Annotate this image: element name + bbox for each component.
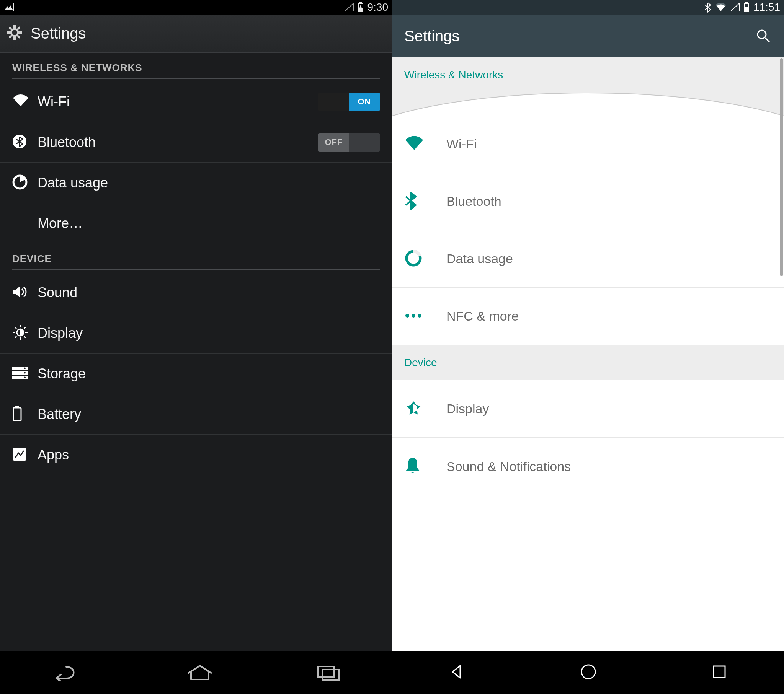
row-label: Display [446,401,489,416]
svg-point-44 [581,665,595,679]
svg-line-12 [9,36,11,38]
settings-row-battery[interactable]: Battery [0,394,392,434]
status-time: 9:30 [367,1,389,13]
wifi-toggle[interactable]: ON [318,92,380,111]
app-bar-title: Settings [404,28,460,45]
battery-charging-icon [743,2,749,12]
svg-point-27 [24,367,26,369]
sound-icon [12,285,28,300]
wifi-status-icon [715,3,726,12]
row-label: Wi-Fi [38,94,318,110]
nav-back-icon[interactable] [449,663,466,682]
svg-rect-36 [745,2,748,3]
svg-line-20 [24,336,26,338]
nav-recent-icon[interactable] [711,664,727,681]
section-header-label: Device [404,357,437,368]
svg-rect-45 [713,666,725,678]
svg-point-43 [418,314,422,317]
row-label: Sound [38,285,380,301]
nav-home-icon[interactable] [579,663,598,682]
display-brightness-icon [12,324,28,342]
svg-line-9 [9,27,11,29]
bell-icon [404,456,421,476]
phone-holo-dark: 9:30 Settings WIRELESS & NETWORKS Wi-Fi [0,0,392,694]
settings-row-data-usage[interactable]: Data usage [392,230,784,288]
nav-home-icon[interactable] [186,664,214,681]
row-label: Wi-Fi [446,136,477,151]
row-label: Battery [38,406,380,423]
svg-line-22 [15,336,16,338]
svg-rect-2 [359,2,362,3]
app-bar-title: Settings [31,25,86,42]
svg-line-21 [24,327,26,329]
row-label: Data usage [38,175,380,191]
status-time: 11:51 [753,1,780,13]
navigation-bar [0,651,392,694]
svg-point-28 [24,372,26,373]
nav-recent-icon[interactable] [316,664,341,681]
settings-row-data-usage[interactable]: Data usage [0,163,392,203]
svg-point-29 [24,377,26,378]
svg-point-4 [11,29,18,36]
svg-point-42 [412,314,415,317]
settings-row-apps[interactable]: Apps [0,434,392,475]
settings-row-wifi[interactable]: Wi-Fi [392,115,784,173]
row-label: Bluetooth [446,194,501,209]
curve-decoration [392,89,784,116]
settings-row-sound-notifications[interactable]: Sound & Notifications [392,437,784,495]
settings-row-nfc-more[interactable]: NFC & more [392,288,784,345]
svg-rect-30 [13,408,21,421]
settings-row-bluetooth[interactable]: Bluetooth [392,173,784,230]
section-header-wireless: Wireless & Networks [392,58,784,115]
app-bar: Settings [0,15,392,53]
section-header-device: DEVICE [0,244,392,269]
row-label: Data usage [446,252,513,266]
nav-back-icon[interactable] [51,664,84,681]
storage-icon [12,367,28,381]
row-label: Bluetooth [38,134,318,150]
navigation-bar [392,651,784,694]
svg-line-10 [18,36,20,38]
svg-rect-31 [15,406,19,408]
section-header-device: Device [392,345,784,380]
settings-row-sound[interactable]: Sound [0,272,392,313]
notification-icon [4,3,14,12]
bluetooth-toggle[interactable]: OFF [318,133,380,151]
battery-charging-icon [357,2,364,12]
wifi-icon [404,135,424,153]
status-bar: 11:51 [392,0,784,15]
cell-signal-icon [730,3,740,12]
settings-row-more[interactable]: More… [0,203,392,244]
settings-row-storage[interactable]: Storage [0,354,392,394]
svg-rect-0 [4,3,14,12]
toggle-on-label: ON [349,92,380,111]
row-label: Storage [38,366,380,382]
section-header-wireless: WIRELESS & NETWORKS [0,53,392,79]
bluetooth-status-icon [704,2,711,13]
svg-line-19 [15,327,16,329]
bluetooth-icon [12,134,27,150]
search-button[interactable] [755,28,772,44]
row-label: Display [38,325,380,341]
battery-icon [12,406,22,423]
settings-gear-icon [5,23,24,43]
svg-line-11 [18,27,20,29]
settings-row-display[interactable]: Display [392,380,784,437]
app-bar: Settings [392,15,784,58]
toggle-off-label: OFF [318,133,349,151]
settings-row-wifi[interactable]: Wi-Fi ON [0,82,392,122]
svg-rect-34 [323,669,339,680]
svg-point-41 [405,314,409,317]
settings-row-bluetooth[interactable]: Bluetooth OFF [0,122,392,163]
phone-material-light: 11:51 Settings Wireless & Networks Wi-Fi [392,0,784,694]
svg-line-39 [765,38,769,42]
settings-row-display[interactable]: Display [0,313,392,354]
scrollbar-thumb[interactable] [780,58,783,276]
data-usage-icon [12,174,28,191]
row-label: NFC & more [446,309,519,324]
section-header-label: Wireless & Networks [404,69,503,81]
row-label: Sound & Notifications [446,459,571,474]
cell-signal-icon [344,3,354,12]
apps-icon [12,447,27,463]
more-horizontal-icon [404,312,423,320]
